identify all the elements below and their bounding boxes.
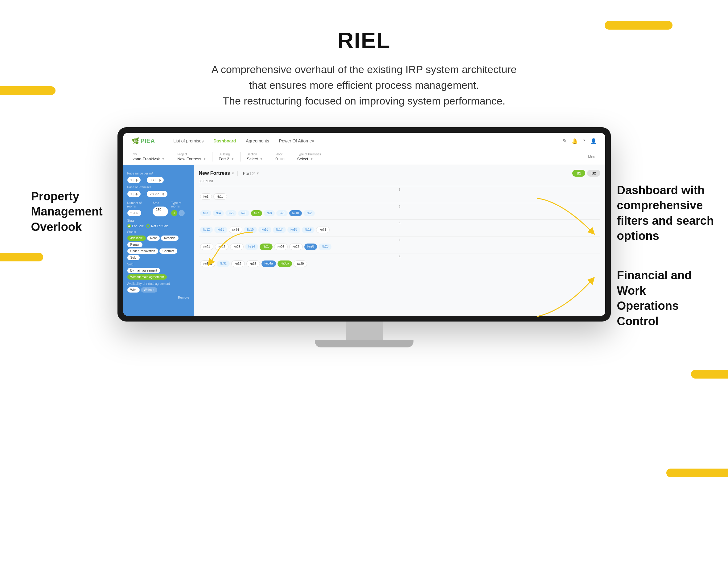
room-2-7[interactable]: №9 (276, 210, 287, 216)
avail-label: Availability of virtual agreement (127, 282, 190, 285)
type-rooms-label: Type of rooms (171, 201, 190, 208)
section-select[interactable]: Select ▼ (247, 157, 263, 161)
building-dropdown-icon[interactable]: ▼ (256, 172, 259, 175)
room-3-9[interactable]: №11 (316, 227, 330, 233)
rp-btns: B1 B2 (572, 170, 600, 177)
area-label: Area (153, 201, 168, 205)
room-4-5[interactable]: №25 (260, 243, 272, 250)
room-4-7[interactable]: №27 (289, 243, 303, 250)
city-select[interactable]: Ivano-Frankivsk ▼ (132, 157, 165, 161)
state-label: State (127, 219, 190, 222)
filter-type: Type of Premises Select ▼ (297, 153, 321, 161)
divider-1 (171, 152, 171, 161)
room-2-9[interactable]: №2 (304, 210, 314, 216)
annotation-left: Property Management Overlook (31, 189, 111, 235)
avail-with[interactable]: With (127, 287, 140, 293)
pp-arrow: → (142, 192, 146, 196)
room-5-6[interactable]: №35а (278, 261, 292, 267)
area-value[interactable]: 250 m² (153, 207, 168, 216)
room-2-3[interactable]: №5 (226, 210, 236, 216)
section-arrow-icon: ▼ (260, 157, 263, 161)
floor-value: 0 (275, 157, 278, 161)
rooms-row: 2 ⊕⊖ (127, 210, 150, 216)
price-min-input[interactable]: 1 | $ (127, 177, 140, 183)
navbar: 🌿 PIEA List of premises Dashboard Agreem… (123, 133, 605, 149)
btn-b1[interactable]: B1 (572, 170, 585, 177)
user-icon[interactable]: 👤 (591, 138, 597, 144)
type-select[interactable]: Select ▼ (297, 157, 321, 161)
room-4-9[interactable]: №20 (318, 243, 332, 250)
section-label: Section (247, 153, 263, 156)
rooms-value[interactable]: 2 ⊕⊖ (127, 210, 141, 216)
filter-floor: Floor 0 ⊕⊖ (275, 153, 284, 161)
building-select[interactable]: Fort 2 ▼ (218, 157, 234, 161)
room-2-4[interactable]: №6 (238, 210, 249, 216)
state-for-sale[interactable]: For Sale (127, 224, 144, 228)
room-2-6[interactable]: №8 (264, 210, 275, 216)
sold-label: Sold (127, 263, 190, 266)
type-rooms-minus[interactable]: − (179, 210, 185, 216)
more-link[interactable]: More (588, 155, 596, 159)
status-rent[interactable]: Rent (147, 236, 160, 241)
nav-power-of-attorney[interactable]: Power Of Attorney (279, 138, 314, 143)
room-3-7[interactable]: №18 (287, 227, 300, 233)
status-available[interactable]: Available (127, 236, 146, 241)
avail-row: With Without (127, 287, 190, 293)
stand-base (315, 340, 414, 347)
price-max-input[interactable]: 950 | $ (147, 177, 164, 183)
price-range-label: Price range per m² (127, 172, 190, 175)
pp-max-input[interactable]: 25032 | $ (147, 191, 168, 197)
room-4-6[interactable]: №26 (274, 243, 288, 250)
status-contract[interactable]: Contract (159, 248, 177, 254)
rp-project: New Fortress ▼ | (199, 170, 240, 176)
project-select[interactable]: New Fortress ▼ (177, 157, 206, 161)
room-2-2[interactable]: №4 (213, 210, 224, 216)
rp-found: 33 Found (199, 179, 600, 183)
project-pipe: | (237, 170, 238, 176)
type-rooms-plus[interactable]: + (171, 210, 177, 216)
state-not-for-sale[interactable]: Not For Sale (146, 224, 168, 228)
room-2-1[interactable]: №3 (200, 210, 211, 216)
type-value: Select (297, 157, 308, 161)
room-5-5[interactable]: №34a (261, 261, 276, 267)
sold-by-main[interactable]: By main agreement (127, 268, 160, 273)
help-icon[interactable]: ? (583, 138, 586, 144)
room-5-7[interactable]: №29 (293, 261, 307, 267)
project-value: New Fortress (177, 157, 201, 161)
state-row: For Sale Not For Sale (127, 224, 190, 228)
filter-project: Project New Fortress ▼ (177, 153, 206, 161)
decorative-blob-right-low (666, 469, 728, 477)
divider-4 (269, 152, 269, 161)
status-row-2: Under Renovation Contract Sold (127, 248, 190, 260)
project-dropdown-icon[interactable]: ▼ (231, 172, 235, 175)
rooms-stepper: ⊕⊖ (133, 212, 138, 215)
room-3-8[interactable]: №19 (302, 227, 315, 233)
rp-header: New Fortress ▼ | Fort 2 ▼ B1 B2 (199, 170, 600, 177)
edit-icon[interactable]: ✎ (563, 138, 567, 144)
sold-without-main[interactable]: Without main agreement (127, 274, 167, 280)
nav-icons: ✎ 🔔 ? 👤 (563, 138, 597, 144)
room-1-2[interactable]: №1о (213, 193, 227, 200)
nav-agreements[interactable]: Agreements (246, 138, 269, 143)
floor-select[interactable]: 0 ⊕⊖ (275, 157, 284, 161)
building-arrow-icon: ▼ (231, 157, 234, 161)
status-reserve[interactable]: Reserve (161, 236, 179, 241)
room-3-5[interactable]: №16 (258, 227, 271, 233)
status-under-renovation[interactable]: Under Renovation (127, 248, 158, 254)
divider-2 (212, 152, 212, 161)
room-2-5[interactable]: №7 (251, 210, 262, 216)
filter-city: City Ivano-Frankivsk ▼ (132, 153, 165, 161)
room-2-8[interactable]: №10 (289, 210, 302, 216)
bell-icon[interactable]: 🔔 (572, 138, 578, 144)
room-1-1[interactable]: №1 (200, 193, 212, 200)
nav-list-premises[interactable]: List of premises (173, 138, 204, 143)
btn-b2[interactable]: B2 (587, 170, 600, 177)
avail-without[interactable]: Without (141, 287, 158, 293)
status-repair[interactable]: Repair (127, 242, 142, 247)
status-sold[interactable]: Sold (127, 255, 140, 260)
room-3-6[interactable]: №17 (273, 227, 286, 233)
room-4-8[interactable]: №28 (304, 243, 317, 250)
nav-dashboard[interactable]: Dashboard (213, 138, 236, 143)
pp-min-input[interactable]: 1 | $ (127, 191, 140, 197)
remove-btn[interactable]: Remove (178, 296, 189, 299)
